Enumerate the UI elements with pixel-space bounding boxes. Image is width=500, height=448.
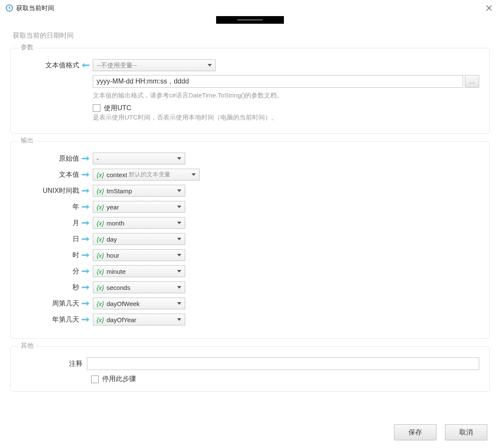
output-var-name: month <box>107 220 125 227</box>
output-var-dropdown[interactable]: {x}day <box>93 233 185 245</box>
output-row-label: 年第几天 <box>21 315 79 324</box>
var-x-icon: {x} <box>97 268 104 275</box>
var-x-icon: {x} <box>97 316 104 323</box>
comment-label: 注释 <box>21 359 87 368</box>
output-row-label: 时 <box>21 251 79 260</box>
output-var-name: seconds <box>107 284 131 291</box>
save-button[interactable]: 保存 <box>394 424 436 440</box>
format-help: 文本值的输出格式，请参考c#语言DateTime.ToString()的参数文档… <box>93 91 479 100</box>
arrow-right-icon <box>81 268 90 274</box>
output-row: 年{x}year <box>21 200 479 214</box>
footer: 保存 取消 <box>394 424 487 440</box>
output-row-label: 月 <box>21 219 79 228</box>
output-var-name: context <box>107 171 127 178</box>
arrow-right-icon <box>81 188 90 194</box>
disable-step-label: 停用此步骤 <box>102 375 136 384</box>
output-row-label: 秒 <box>21 283 79 292</box>
arrow-left-icon <box>81 62 90 68</box>
output-var-dropdown[interactable]: {x}minute <box>93 265 185 277</box>
output-row-label: 原始值 <box>21 154 79 163</box>
use-utc-label: 使用UTC <box>104 104 131 113</box>
window-subtitle: 获取当前的日期时间 <box>13 31 500 40</box>
close-button[interactable] <box>483 2 495 14</box>
output-var-name: dayOfYear <box>107 316 136 323</box>
output-row: 时{x}hour <box>21 248 479 262</box>
disable-step-checkbox[interactable] <box>91 376 99 383</box>
output-panel: 输出 原始值-文本值{x}context默认的文本变量UNIX时间戳{x}tmS… <box>10 141 490 339</box>
output-row: 年第几天{x}dayOfYear <box>21 313 479 326</box>
format-var-dropdown-text: --不使用变量-- <box>97 61 137 70</box>
var-x-icon: {x} <box>97 236 104 243</box>
format-input[interactable] <box>93 75 463 88</box>
output-row: 秒{x}seconds <box>21 281 479 294</box>
output-var-dropdown[interactable]: {x}year <box>93 201 185 213</box>
output-var-hint: 默认的文本变量 <box>129 171 170 178</box>
output-row: 月{x}month <box>21 216 479 230</box>
output-var-name: - <box>97 155 99 162</box>
output-var-name: hour <box>107 252 119 259</box>
var-x-icon: {x} <box>97 171 104 178</box>
output-var-dropdown[interactable]: {x}hour <box>93 249 185 261</box>
var-x-icon: {x} <box>97 284 104 291</box>
output-var-dropdown[interactable]: {x}seconds <box>93 281 185 293</box>
output-var-name: year <box>107 203 119 211</box>
comment-input[interactable] <box>87 357 479 370</box>
use-utc-checkbox[interactable] <box>93 104 100 112</box>
use-utc-help: 是表示使用UTC时间，否表示使用本地时间（电脑的当前时间）。 <box>93 113 479 122</box>
arrow-right-icon <box>81 317 90 323</box>
arrow-right-icon <box>81 236 90 242</box>
var-x-icon: {x} <box>97 187 104 195</box>
output-row: 周第几天{x}dayOfWeek <box>21 297 479 310</box>
arrow-right-icon <box>81 220 90 226</box>
arrow-right-icon <box>81 252 90 258</box>
params-legend: 参数 <box>18 43 36 51</box>
output-row: 原始值- <box>21 152 479 165</box>
output-row-label: UNIX时间戳 <box>21 186 79 195</box>
output-var-dropdown[interactable]: {x}context默认的文本变量 <box>93 169 200 181</box>
clock-icon <box>5 4 14 12</box>
output-row: 日{x}day <box>21 232 479 246</box>
output-row: 分{x}minute <box>21 264 479 278</box>
output-var-dropdown[interactable]: {x}dayOfWeek <box>93 298 185 309</box>
output-legend: 输出 <box>18 136 36 145</box>
output-var-name: tmStamp <box>107 187 132 195</box>
output-row-label: 周第几天 <box>21 299 79 308</box>
var-x-icon: {x} <box>97 220 104 227</box>
output-row-label: 年 <box>21 203 79 211</box>
output-var-name: dayOfWeek <box>107 300 140 307</box>
cancel-button[interactable]: 取消 <box>445 424 487 440</box>
output-row-label: 日 <box>21 235 79 244</box>
other-panel: 其他 注释 停用此步骤 <box>10 346 490 392</box>
arrow-right-icon <box>81 301 90 306</box>
var-x-icon: {x} <box>97 203 104 211</box>
output-var-name: day <box>107 236 117 243</box>
output-row: 文本值{x}context默认的文本变量 <box>21 168 479 181</box>
output-var-dropdown[interactable]: - <box>93 153 185 164</box>
output-var-dropdown[interactable]: {x}month <box>93 217 185 229</box>
other-legend: 其他 <box>18 342 36 350</box>
format-more-button[interactable]: … <box>465 75 479 88</box>
params-panel: 参数 文本值格式 --不使用变量-- … 文本值的输出格式，请参考c#语言Dat… <box>10 48 490 134</box>
output-var-dropdown[interactable]: {x}tmStamp <box>93 185 185 197</box>
arrow-right-icon <box>81 204 90 210</box>
var-x-icon: {x} <box>97 300 104 307</box>
window-title: 获取当前时间 <box>16 4 54 12</box>
output-var-name: minute <box>107 268 126 275</box>
var-x-icon: {x} <box>97 252 104 259</box>
output-row-label: 文本值 <box>21 170 79 179</box>
output-row-label: 分 <box>21 267 79 276</box>
arrow-right-icon <box>81 172 90 178</box>
format-label: 文本值格式 <box>21 61 79 70</box>
output-row: UNIX时间戳{x}tmStamp <box>21 184 479 198</box>
drag-handle[interactable] <box>216 16 284 24</box>
arrow-right-icon <box>81 284 90 290</box>
titlebar: 获取当前时间 <box>0 0 500 16</box>
format-var-dropdown[interactable]: --不使用变量-- <box>93 59 216 71</box>
output-var-dropdown[interactable]: {x}dayOfYear <box>93 314 185 326</box>
arrow-right-icon <box>81 156 90 161</box>
